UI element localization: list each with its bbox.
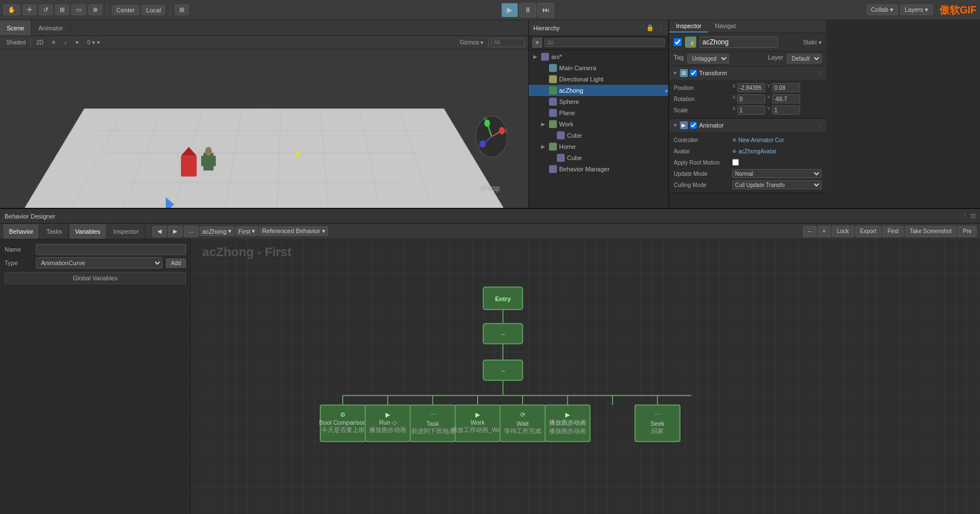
obj-name-input[interactable] — [700, 37, 778, 48]
bd-tab-inspector[interactable]: Inspector — [108, 224, 145, 239]
hier-item-ani[interactable]: ▶ ani* — [529, 51, 668, 62]
hier-item-cube-home[interactable]: ▶ Cube — [529, 152, 668, 163]
obj-icon: 🎭 — [685, 37, 696, 48]
move-tool-btn[interactable]: ✛ — [22, 4, 37, 15]
layer-select[interactable]: Default — [787, 54, 822, 63]
culling-mode-row: Culling Mode Cull Update Transfo — [674, 179, 822, 190]
inspector-tab[interactable]: Inspector — [669, 20, 708, 33]
collab-button[interactable]: Collab ▾ — [866, 4, 898, 15]
tag-select[interactable]: Untagged — [687, 54, 729, 63]
apply-root-motion-checkbox[interactable] — [732, 159, 739, 166]
hier-label-ani: ani* — [551, 53, 562, 60]
scale-y-input[interactable] — [772, 106, 800, 115]
multi-tool-btn[interactable]: ⊕ — [88, 4, 102, 15]
shaded-dropdown[interactable]: Shaded — [3, 39, 28, 46]
hierarchy-search-input[interactable] — [545, 38, 665, 47]
bd-tab-tasks[interactable]: Tasks — [40, 224, 68, 239]
update-mode-select[interactable]: Normal — [732, 169, 822, 178]
svg-point-37 — [296, 151, 300, 157]
bd-type-select[interactable]: AnimationCurve — [36, 257, 162, 269]
animator-icon: ▶ — [680, 121, 688, 129]
animator-checkbox[interactable] — [690, 122, 697, 129]
bd-plus-btn[interactable]: + — [818, 226, 831, 237]
bd-add-variable-btn[interactable]: Add — [166, 258, 186, 268]
hier-item-camera[interactable]: ▶ Main Camera — [529, 62, 668, 74]
obj-active-checkbox[interactable] — [674, 38, 682, 46]
animator-header[interactable]: ▼ ▶ Animator ⋮ — [669, 119, 826, 132]
next-button[interactable]: ⏭ — [537, 3, 554, 17]
svg-text:今天是否要上班: 今天是否要上班 — [321, 426, 365, 433]
pos-y-input[interactable] — [772, 83, 800, 92]
animator-more[interactable]: ⋮ — [817, 122, 823, 129]
tab-animator[interactable]: Animator — [31, 20, 70, 35]
culling-mode-select[interactable]: Cull Update Transfo — [732, 180, 822, 189]
bd-ref-behavior-dropdown[interactable]: Referenced Behavior ▾ — [259, 226, 328, 236]
hier-item-home[interactable]: ▶ Home — [529, 141, 668, 152]
bd-more-icon[interactable]: ⋮ — [962, 212, 968, 220]
2d-btn[interactable]: 2D — [33, 39, 46, 46]
hier-item-work[interactable]: ▶ Work — [529, 119, 668, 130]
hier-aczhong-icon2: ● — [665, 88, 668, 94]
rect-tool-btn[interactable]: ▭ — [71, 4, 86, 15]
bd-nav-behavior-dropdown[interactable]: First ▾ — [235, 226, 258, 236]
bd-nav-next-btn[interactable]: ▶ — [168, 226, 183, 237]
scene-search-input[interactable] — [491, 38, 525, 47]
hierarchy-add-btn[interactable]: + — [532, 38, 542, 48]
fx-btn[interactable]: ✦ — [72, 39, 82, 46]
scale-tool-btn[interactable]: ⊞ — [55, 4, 69, 15]
svg-text:Entry: Entry — [495, 295, 511, 302]
bd-nav-ellipsis-btn[interactable]: ... — [184, 226, 198, 237]
bd-name-input[interactable] — [36, 244, 186, 255]
bd-tab-variables[interactable]: Variables — [70, 224, 107, 239]
bd-tab-behavior[interactable]: Behavior — [3, 224, 39, 239]
hier-item-sphere[interactable]: ▶ Sphere — [529, 96, 668, 107]
bd-nav-object-arrow: ▾ — [228, 228, 232, 235]
grid-btn[interactable]: ⊞ — [175, 4, 189, 15]
avatar-link[interactable]: acZhongAvatar — [738, 148, 822, 154]
transform-more[interactable]: ⋮ — [817, 70, 823, 76]
play-button[interactable]: ▶ — [501, 3, 518, 17]
audio-btn[interactable]: ♪ — [61, 39, 70, 46]
hand-tool-btn[interactable]: ✋ — [3, 4, 20, 15]
navigator-tab[interactable]: Navigat — [708, 20, 742, 33]
bd-lock-btn[interactable]: Lock — [832, 226, 854, 237]
rot-y-input[interactable] — [772, 94, 800, 103]
inspector-tab-header: Inspector Navigat — [669, 20, 826, 33]
svg-text:y: y — [484, 114, 487, 124]
controller-link[interactable]: New Animator Cor — [738, 137, 822, 143]
bd-minus-btn[interactable]: – — [803, 226, 816, 237]
pause-button[interactable]: ⏸ — [519, 3, 536, 17]
rotate-tool-btn[interactable]: ↺ — [39, 4, 53, 15]
rot-x-input[interactable] — [737, 94, 765, 103]
bd-find-btn[interactable]: Find — [882, 226, 903, 237]
transform-header[interactable]: ▼ ⊞ Transform ⋮ — [669, 66, 826, 80]
light-btn[interactable]: ☀ — [48, 39, 59, 46]
bd-pre-btn[interactable]: Pre — [958, 226, 977, 237]
bd-screenshot-btn[interactable]: Take Screenshot — [905, 226, 957, 237]
bd-nav-prev-btn[interactable]: ◀ — [152, 226, 167, 237]
svg-rect-77 — [410, 405, 455, 442]
hierarchy-add-row: + — [529, 36, 668, 50]
bd-canvas[interactable]: acZhong - First Entry → → — [191, 239, 980, 514]
layers-button[interactable]: Layers ▾ — [900, 4, 933, 15]
bd-global-vars[interactable]: Global Variables — [4, 272, 186, 284]
bd-nav-object-dropdown[interactable]: acZhong ▾ — [199, 226, 234, 236]
pivot-center-btn[interactable]: Center — [112, 5, 139, 15]
gizmos-dropdown[interactable]: Gizmos ▾ — [457, 39, 486, 46]
scale-x-input[interactable] — [737, 106, 765, 115]
bd-detach-icon[interactable]: ⊡ — [970, 212, 976, 220]
hier-item-light[interactable]: ▶ Directional Light — [529, 74, 668, 85]
pivot-local-btn[interactable]: Local — [142, 5, 165, 15]
hierarchy-lock-icon[interactable]: 🔒 — [646, 24, 654, 31]
rot-y-label: Y — [767, 94, 770, 103]
hier-item-cube-work[interactable]: ▶ Cube — [529, 130, 668, 141]
tab-scene[interactable]: Scene — [0, 20, 31, 35]
transform-checkbox[interactable] — [690, 70, 697, 76]
hierarchy-more-icon[interactable]: ⋮ — [657, 24, 664, 31]
hier-item-behav-mgr[interactable]: ▶ Behavior Manager — [529, 163, 668, 175]
bd-export-btn[interactable]: Export — [855, 226, 882, 237]
hier-item-plane[interactable]: ▶ Plane — [529, 107, 668, 119]
pos-x-input[interactable] — [737, 83, 765, 92]
hier-item-aczhong[interactable]: ▶ acZhong ● — [529, 85, 668, 96]
avatar-link-icon: ⊕ — [732, 148, 737, 154]
